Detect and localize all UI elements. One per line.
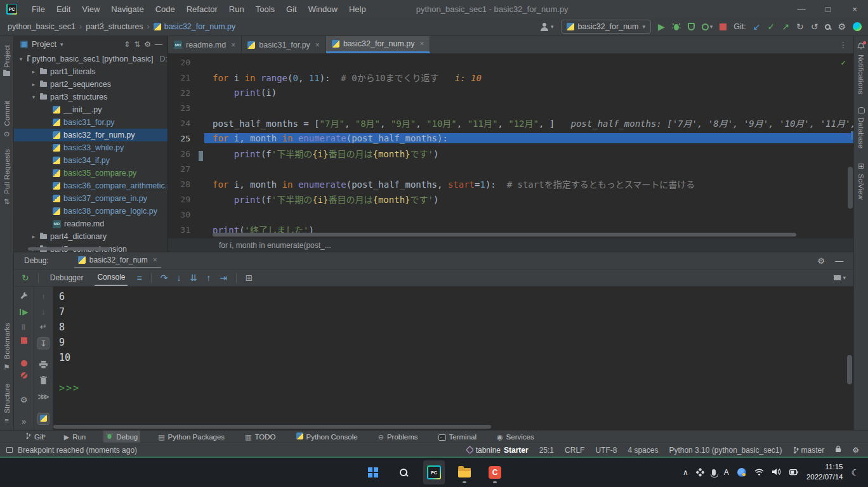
tree-item[interactable]: ▸part4_dictionary <box>14 230 168 243</box>
step-into-icon[interactable]: ↓ <box>176 273 181 282</box>
code-line[interactable]: 20 <box>168 55 853 70</box>
menu-file[interactable]: File <box>26 4 51 14</box>
tabnine-widget[interactable]: tabnine Starter <box>467 446 529 455</box>
sidebar-item-pull-requests[interactable]: Pull Requests⇅ <box>0 149 13 206</box>
menu-tools[interactable]: Tools <box>250 4 280 14</box>
file-encoding[interactable]: UTF-8 <box>595 446 617 455</box>
tool-button-python-console[interactable]: Python Console <box>294 431 360 443</box>
history-button[interactable]: ↻ <box>796 22 804 31</box>
line-number[interactable]: 25 <box>168 134 204 143</box>
close-tab-icon[interactable]: × <box>231 41 235 49</box>
console-vertical-scrollbar[interactable] <box>847 355 852 384</box>
step-over-icon[interactable]: ↷ <box>161 273 168 282</box>
menu-help[interactable]: Help <box>343 4 372 14</box>
force-step-into-icon[interactable]: ⇊ <box>190 273 197 282</box>
code-line[interactable]: 22 print(i) <box>168 85 853 100</box>
focus-assist-moon-icon[interactable]: ☾ <box>851 468 859 477</box>
collapse-all-icon[interactable]: ⇅ <box>134 40 140 49</box>
tool-button-terminal[interactable]: >_Terminal <box>436 431 479 443</box>
tab-debugger[interactable]: Debugger <box>48 270 86 285</box>
weather-widget-icon[interactable] <box>737 468 746 477</box>
console-prompt[interactable]: >>> <box>59 380 853 396</box>
tree-item[interactable]: basic32_for_num.py <box>14 129 168 141</box>
menu-view[interactable]: View <box>76 4 105 14</box>
menu-window[interactable]: Window <box>303 4 343 14</box>
menu-navigate[interactable]: Navigate <box>105 4 149 14</box>
tree-item[interactable]: ▸part2_sequences <box>14 78 168 91</box>
editor-tab[interactable]: basic31_for.py× <box>242 36 326 53</box>
code-with-me-icon[interactable] <box>853 22 862 31</box>
resume-program-icon[interactable]: ▶ <box>20 308 29 316</box>
git-commit-button[interactable]: ✓ <box>768 22 775 31</box>
settings-gear-icon[interactable]: ⚙ <box>838 22 846 31</box>
sidebar-item-commit[interactable]: Commit⊙ <box>0 101 13 138</box>
debug-session-tab[interactable]: basic32_for_num × <box>74 253 161 268</box>
debug-gear-icon[interactable]: ⚙ <box>20 395 28 405</box>
run-to-cursor-icon[interactable]: ⇥ <box>220 273 227 282</box>
menu-edit[interactable]: Edit <box>51 4 76 14</box>
microphone-icon[interactable] <box>712 469 716 476</box>
tree-item[interactable]: basic35_compare.py <box>14 167 168 179</box>
line-number[interactable]: 29 <box>168 195 204 204</box>
git-branch-widget[interactable]: master <box>793 446 825 455</box>
tree-item[interactable]: basic31_for.py <box>14 116 168 129</box>
editor-breadcrumb-bar[interactable]: for i, month in enumerate(post_... <box>168 238 853 252</box>
tool-button-git[interactable]: Git <box>23 431 46 443</box>
tab-options-icon[interactable]: ⋮ <box>833 36 854 53</box>
rollback-button[interactable]: ↺ <box>811 22 819 31</box>
close-tab-icon[interactable]: × <box>315 41 320 49</box>
layout-settings-icon[interactable]: ▾ <box>833 275 846 281</box>
git-push-button[interactable]: ↗ <box>782 22 789 31</box>
breadcrumb-item[interactable]: basic32_for_num.py <box>154 22 236 31</box>
start-button[interactable] <box>362 460 384 484</box>
line-number[interactable]: 22 <box>168 88 204 98</box>
sidebar-item-bookmarks[interactable]: Bookmarks⚑ <box>0 323 13 372</box>
code-line[interactable]: 29 print(f'下半期の{i}番目の月は{month}です') <box>168 192 853 207</box>
wifi-icon[interactable] <box>754 467 764 478</box>
project-settings-gear-icon[interactable]: ⚙ <box>144 40 151 49</box>
maximize-button[interactable]: □ <box>815 4 841 14</box>
sidebar-item-structure[interactable]: Structure≡ <box>0 384 13 424</box>
pause-program-icon[interactable]: ‖ <box>22 322 26 332</box>
sidebar-item-project[interactable]: Project <box>0 45 13 76</box>
tree-item[interactable]: basic33_while.py <box>14 141 168 154</box>
sidebar-item-notifications[interactable]: Notifications <box>854 42 868 94</box>
stop-button[interactable] <box>720 23 727 30</box>
line-number[interactable]: 31 <box>168 225 204 235</box>
profile-button[interactable]: ▾ <box>540 23 554 31</box>
code-line[interactable]: 28for i, month in enumerate(post_half_mo… <box>168 176 853 192</box>
python-interpreter[interactable]: Python 3.10 (python_basic_sec1) <box>669 446 782 455</box>
close-button[interactable]: × <box>841 4 868 14</box>
inspections-ok-icon[interactable]: ✓ <box>841 58 846 67</box>
line-number[interactable]: 23 <box>168 103 204 113</box>
tree-item[interactable]: basic37_compare_in.py <box>14 192 168 205</box>
run-with-coverage-button[interactable] <box>688 23 695 30</box>
status-message[interactable]: Breakpoint reached (moments ago) <box>18 446 137 455</box>
project-panel-title[interactable]: Project <box>32 40 56 49</box>
code-line[interactable]: 26 print(f'下半期の{i}番目の月は{month}です') <box>168 146 853 161</box>
menu-code[interactable]: Code <box>150 4 181 14</box>
tree-chevron-icon[interactable]: ▾ <box>18 56 24 62</box>
soft-wrap-icon[interactable]: ↵ <box>40 322 47 332</box>
chevron-down-icon[interactable]: ▾ <box>60 41 63 48</box>
step-out-icon[interactable]: ↑ <box>206 273 211 282</box>
tree-item[interactable]: basic36_compare_arithmetic.py <box>14 179 168 192</box>
tree-item[interactable]: __init__.py <box>14 103 168 116</box>
evaluate-expression-icon[interactable]: ⊞ <box>246 273 253 282</box>
tool-button-services[interactable]: ◉Services <box>494 431 537 443</box>
tool-button-todo[interactable]: ▥TODO <box>242 431 278 443</box>
mute-breakpoints-icon[interactable] <box>21 372 27 379</box>
console-horizontal-scrollbar[interactable] <box>53 425 491 429</box>
editor-vertical-scrollbar[interactable] <box>848 167 853 209</box>
line-number[interactable]: 21 <box>168 73 204 82</box>
tab-console[interactable]: Console <box>95 269 128 286</box>
taskbar-explorer-button[interactable] <box>454 460 475 484</box>
tool-button-debug[interactable]: Debug <box>103 431 140 443</box>
code-line[interactable]: 25for i, month in enumerate(post_half_mo… <box>168 131 853 146</box>
editor-horizontal-scrollbar[interactable] <box>213 233 796 237</box>
run-button[interactable]: ▶ <box>658 22 665 31</box>
tree-item[interactable]: MDreadme.md <box>14 218 168 230</box>
tool-button-problems[interactable]: ⊖Problems <box>376 431 421 443</box>
menu-run[interactable]: Run <box>223 4 250 14</box>
debug-button[interactable] <box>672 22 681 31</box>
